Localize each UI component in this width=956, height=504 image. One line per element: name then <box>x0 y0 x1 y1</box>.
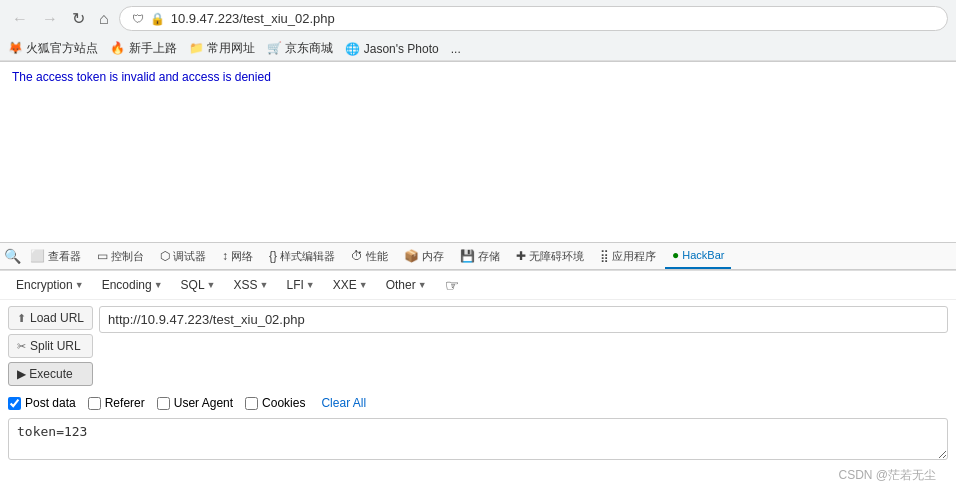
encryption-dropdown[interactable]: Encryption ▼ <box>8 275 92 295</box>
cookies-checkbox[interactable] <box>245 397 258 410</box>
xxe-dropdown[interactable]: XXE ▼ <box>325 275 376 295</box>
home-button[interactable]: ⌂ <box>95 8 113 30</box>
split-url-label: Split URL <box>30 339 81 353</box>
perf-tab-label: 性能 <box>366 249 388 264</box>
debugger-tab-label: 调试器 <box>173 249 206 264</box>
bookmark-newuser[interactable]: 🔥 新手上路 <box>110 40 176 57</box>
encoding-arrow-icon: ▼ <box>154 280 163 290</box>
tab-console[interactable]: ▭ 控制台 <box>90 244 151 269</box>
url-input[interactable] <box>99 306 948 333</box>
memory-tab-icon: 📦 <box>404 249 419 263</box>
user-agent-checkbox[interactable] <box>157 397 170 410</box>
a11y-tab-label: 无障碍环境 <box>529 249 584 264</box>
post-data-label: Post data <box>25 396 76 410</box>
sql-dropdown[interactable]: SQL ▼ <box>173 275 224 295</box>
hackbar-options-row: Post data Referer User Agent Cookies Cle… <box>0 392 956 414</box>
console-tab-icon: ▭ <box>97 249 108 263</box>
bookmark-jason[interactable]: 🌐 Jason's Photo <box>345 42 438 56</box>
xss-label: XSS <box>234 278 258 292</box>
sql-label: SQL <box>181 278 205 292</box>
inspector-icon: 🔍 <box>4 248 21 264</box>
hackbar-panel: Encryption ▼ Encoding ▼ SQL ▼ XSS ▼ LFI … <box>0 270 956 467</box>
tab-hackbar[interactable]: ● HackBar <box>665 243 731 269</box>
bookmark-firefox[interactable]: 🦊 火狐官方站点 <box>8 40 98 57</box>
app-tab-icon: ⣿ <box>600 249 609 263</box>
bookmark-common[interactable]: 📁 常用网址 <box>189 40 255 57</box>
bookmark-jd[interactable]: 🛒 京东商城 <box>267 40 333 57</box>
refresh-button[interactable]: ↻ <box>68 7 89 30</box>
lfi-dropdown[interactable]: LFI ▼ <box>278 275 322 295</box>
tab-accessibility[interactable]: ✚ 无障碍环境 <box>509 244 591 269</box>
forward-button[interactable]: → <box>38 8 62 30</box>
other-dropdown[interactable]: Other ▼ <box>378 275 435 295</box>
tab-debugger[interactable]: ⬡ 调试器 <box>153 244 213 269</box>
split-url-button[interactable]: ✂ Split URL <box>8 334 93 358</box>
devtools-bar: 🔍 ⬜ 查看器 ▭ 控制台 ⬡ 调试器 ↕ 网络 {} 样式编辑器 ⏱ 性能 📦… <box>0 242 956 270</box>
tab-style-editor[interactable]: {} 样式编辑器 <box>262 244 342 269</box>
style-tab-icon: {} <box>269 249 277 263</box>
user-agent-label: User Agent <box>174 396 233 410</box>
cookies-checkbox-label[interactable]: Cookies <box>245 396 305 410</box>
referer-checkbox[interactable] <box>88 397 101 410</box>
lfi-label: LFI <box>286 278 303 292</box>
url-display: 10.9.47.223/test_xiu_02.php <box>171 11 935 26</box>
storage-tab-label: 存储 <box>478 249 500 264</box>
hackbar-tab-label: HackBar <box>682 249 724 261</box>
post-data-checkbox-label[interactable]: Post data <box>8 396 76 410</box>
back-button[interactable]: ← <box>8 8 32 30</box>
xxe-arrow-icon: ▼ <box>359 280 368 290</box>
hackbar-toolbar: Encryption ▼ Encoding ▼ SQL ▼ XSS ▼ LFI … <box>0 271 956 300</box>
style-tab-label: 样式编辑器 <box>280 249 335 264</box>
bookmarks-bar: 🦊 火狐官方站点 🔥 新手上路 📁 常用网址 🛒 京东商城 🌐 Jason's … <box>0 37 956 61</box>
perf-tab-icon: ⏱ <box>351 249 363 263</box>
execute-button[interactable]: ▶ Execute <box>8 362 93 386</box>
url-action-buttons: ⬆ Load URL ✂ Split URL ▶ Execute <box>8 306 93 386</box>
page-content: The access token is invalid and access i… <box>0 62 956 242</box>
post-data-checkbox[interactable] <box>8 397 21 410</box>
tab-memory[interactable]: 📦 内存 <box>397 244 451 269</box>
inspector-tab-label: 查看器 <box>48 249 81 264</box>
encoding-dropdown[interactable]: Encoding ▼ <box>94 275 171 295</box>
shield-icon: 🛡 <box>132 12 144 26</box>
post-data-textarea[interactable]: token=123 <box>8 418 948 460</box>
hackbar-postdata-row: token=123 <box>0 414 956 467</box>
hackbar-tab-icon: ● <box>672 248 679 262</box>
inspector-tab-icon: ⬜ <box>30 249 45 263</box>
tab-network[interactable]: ↕ 网络 <box>215 244 260 269</box>
load-url-button[interactable]: ⬆ Load URL <box>8 306 93 330</box>
other-arrow-icon: ▼ <box>418 280 427 290</box>
encoding-label: Encoding <box>102 278 152 292</box>
a11y-tab-icon: ✚ <box>516 249 526 263</box>
tab-storage[interactable]: 💾 存储 <box>453 244 507 269</box>
app-tab-label: 应用程序 <box>612 249 656 264</box>
xss-arrow-icon: ▼ <box>260 280 269 290</box>
sql-arrow-icon: ▼ <box>207 280 216 290</box>
hackbar-url-row: ⬆ Load URL ✂ Split URL ▶ Execute <box>0 300 956 392</box>
url-input-container <box>99 306 948 386</box>
user-agent-checkbox-label[interactable]: User Agent <box>157 396 233 410</box>
browser-chrome: ← → ↻ ⌂ 🛡 🔒 10.9.47.223/test_xiu_02.php … <box>0 0 956 62</box>
cursor-pointer-icon: ☞ <box>445 276 459 295</box>
access-denied-message: The access token is invalid and access i… <box>12 70 944 84</box>
xss-dropdown[interactable]: XSS ▼ <box>226 275 277 295</box>
other-label: Other <box>386 278 416 292</box>
network-tab-label: 网络 <box>231 249 253 264</box>
bookmark-more[interactable]: ... <box>451 42 461 56</box>
lfi-arrow-icon: ▼ <box>306 280 315 290</box>
xxe-label: XXE <box>333 278 357 292</box>
nav-bar: ← → ↻ ⌂ 🛡 🔒 10.9.47.223/test_xiu_02.php <box>0 0 956 37</box>
address-bar[interactable]: 🛡 🔒 10.9.47.223/test_xiu_02.php <box>119 6 948 31</box>
clear-all-button[interactable]: Clear All <box>321 396 366 410</box>
split-url-icon: ✂ <box>17 340 26 353</box>
tab-application[interactable]: ⣿ 应用程序 <box>593 244 663 269</box>
tab-performance[interactable]: ⏱ 性能 <box>344 244 395 269</box>
tab-inspector[interactable]: ⬜ 查看器 <box>23 244 88 269</box>
execute-label: ▶ Execute <box>17 367 73 381</box>
network-tab-icon: ↕ <box>222 249 228 263</box>
debugger-tab-icon: ⬡ <box>160 249 170 263</box>
load-url-label: Load URL <box>30 311 84 325</box>
referer-checkbox-label[interactable]: Referer <box>88 396 145 410</box>
memory-tab-label: 内存 <box>422 249 444 264</box>
encryption-label: Encryption <box>16 278 73 292</box>
cookies-label: Cookies <box>262 396 305 410</box>
